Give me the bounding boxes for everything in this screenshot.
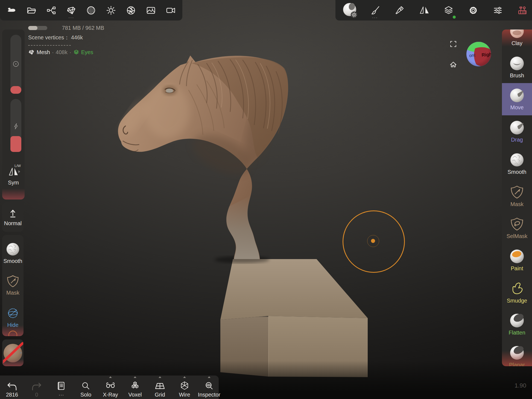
brush-tool-icon bbox=[510, 56, 524, 71]
tool-item-clay[interactable]: Clay bbox=[502, 30, 532, 51]
redo-icon bbox=[31, 382, 42, 391]
scene-graph-button[interactable] bbox=[43, 2, 60, 19]
nomad-logo-button[interactable] bbox=[3, 2, 20, 19]
stroke-mode-panel: Normal bbox=[2, 202, 24, 232]
horse-eye bbox=[163, 86, 177, 95]
radius-slider[interactable] bbox=[10, 35, 21, 94]
smooth-quick-button[interactable]: Smooth bbox=[2, 238, 24, 268]
inspector-button[interactable]: Inspector bbox=[197, 375, 221, 399]
chevron-right-icon bbox=[18, 170, 20, 173]
material-button[interactable] bbox=[342, 2, 359, 19]
symmetry-label: Sym bbox=[8, 180, 19, 186]
caret-up-icon bbox=[159, 376, 161, 378]
hide-quick-icon bbox=[6, 306, 20, 320]
nomad-logo-icon bbox=[6, 5, 17, 16]
journal-icon bbox=[56, 381, 66, 391]
memory-progressbar bbox=[28, 26, 47, 30]
radius-slider-handle[interactable] bbox=[10, 86, 21, 94]
stats-divider bbox=[28, 45, 71, 46]
tool-item-paint[interactable]: Paint bbox=[502, 244, 532, 276]
tool-item-brush[interactable]: Brush bbox=[502, 51, 532, 83]
material-sphere-icon bbox=[342, 2, 359, 19]
solo-magnifier-icon bbox=[81, 381, 91, 391]
horse-head-sculpture bbox=[116, 55, 288, 259]
stamp-brush-button[interactable] bbox=[391, 2, 408, 19]
postprocess-button[interactable] bbox=[122, 2, 140, 19]
undo-button[interactable]: 2816 bbox=[0, 375, 24, 399]
video-camera-icon bbox=[165, 5, 176, 16]
background-image-button[interactable] bbox=[142, 2, 160, 19]
mask-quick-label: Mask bbox=[6, 290, 19, 296]
mesh-vertices-button[interactable] bbox=[82, 2, 100, 19]
history-more: ··· bbox=[59, 392, 64, 397]
toolbox-button[interactable] bbox=[514, 2, 531, 19]
redo-button[interactable]: 0 bbox=[24, 375, 49, 399]
tool-item-mask[interactable]: Mask bbox=[502, 180, 532, 212]
home-view-button[interactable] bbox=[449, 60, 458, 69]
active-layer-icon bbox=[73, 49, 79, 55]
mirror-symmetry-icon bbox=[419, 5, 430, 16]
mask-quick-icon bbox=[6, 274, 20, 288]
panel-scroll-glow bbox=[2, 189, 25, 200]
tool-item-smooth[interactable]: Smooth bbox=[502, 148, 532, 180]
lighting-button[interactable] bbox=[102, 2, 120, 19]
wire-button[interactable]: Wire bbox=[172, 375, 197, 399]
voxel-button[interactable]: Voxel bbox=[123, 375, 147, 399]
fullscreen-button[interactable] bbox=[449, 40, 457, 48]
wireframe-icon bbox=[179, 380, 190, 391]
tool-item-flatten[interactable]: Flatten bbox=[502, 308, 532, 341]
scene-vertices-value: 446k bbox=[71, 34, 83, 40]
mesh-gem-icon bbox=[27, 48, 35, 56]
chevron-right-icon bbox=[20, 351, 22, 354]
symmetry-button[interactable] bbox=[416, 2, 433, 19]
caret-up-icon bbox=[208, 376, 211, 378]
undo-icon bbox=[7, 382, 17, 391]
tool-list-panel: Clay Brush Move Drag bbox=[502, 30, 532, 366]
top-left-toolbar: ··· bbox=[0, 0, 182, 20]
grid-button[interactable]: Grid bbox=[148, 375, 172, 399]
flat-brush-icon bbox=[394, 5, 405, 16]
solo-button[interactable]: Solo bbox=[74, 375, 98, 399]
active-mesh-row[interactable]: Mesh · 408k · Eyes bbox=[28, 49, 104, 55]
tool-item-drag[interactable]: Drag bbox=[502, 115, 532, 148]
tool-item-move[interactable]: Move bbox=[502, 83, 532, 115]
xray-label: X-Ray bbox=[103, 392, 118, 397]
caret-up-icon bbox=[134, 376, 136, 378]
nav-sphere[interactable]: ont Right bbox=[464, 39, 494, 69]
flatten-tool-icon bbox=[510, 313, 524, 328]
normal-direction-button[interactable]: Normal bbox=[2, 202, 24, 232]
layers-button[interactable] bbox=[440, 2, 457, 19]
normal-label: Normal bbox=[4, 220, 22, 227]
gear-icon bbox=[468, 5, 479, 16]
topology-button[interactable]: ··· bbox=[63, 2, 80, 19]
intensity-slider-handle[interactable] bbox=[10, 136, 21, 152]
tool-item-smudge[interactable]: Smudge bbox=[502, 276, 532, 309]
settings-button[interactable] bbox=[464, 2, 482, 19]
memory-usage-text: 781 MB / 962 MB bbox=[62, 25, 104, 31]
grid-label: Grid bbox=[155, 392, 165, 397]
toolbox-icon bbox=[517, 5, 528, 16]
camera-button[interactable] bbox=[162, 2, 180, 19]
caret-up-icon bbox=[183, 376, 186, 378]
paint-tool-icon bbox=[510, 249, 524, 264]
mask-quick-button[interactable]: Mask bbox=[2, 270, 24, 300]
voxel-label: Voxel bbox=[128, 392, 142, 397]
symmetry-toggle[interactable]: L/W Sym bbox=[2, 161, 25, 191]
tool-item-selmask[interactable]: SelMask bbox=[502, 212, 532, 244]
xray-button[interactable]: X-Ray bbox=[98, 375, 123, 399]
separator-dot: · bbox=[69, 49, 71, 55]
history-panel-button[interactable]: ··· bbox=[49, 375, 74, 399]
inspector-label: Inspector bbox=[198, 392, 220, 397]
home-icon bbox=[449, 60, 458, 69]
mesh-name: Mesh bbox=[37, 49, 50, 55]
interface-sliders-button[interactable] bbox=[489, 2, 507, 19]
sculpt-viewport[interactable] bbox=[0, 0, 532, 399]
layers-icon bbox=[443, 5, 454, 16]
pedestal bbox=[215, 256, 368, 377]
undo-count: 2816 bbox=[6, 392, 18, 397]
paint-settings-button[interactable]: ··· bbox=[366, 2, 384, 19]
files-button[interactable] bbox=[23, 2, 40, 19]
selmask-tool-icon bbox=[510, 217, 524, 231]
topology-more-dots: ··· bbox=[68, 15, 74, 19]
paint-more-dots: ··· bbox=[372, 15, 378, 19]
